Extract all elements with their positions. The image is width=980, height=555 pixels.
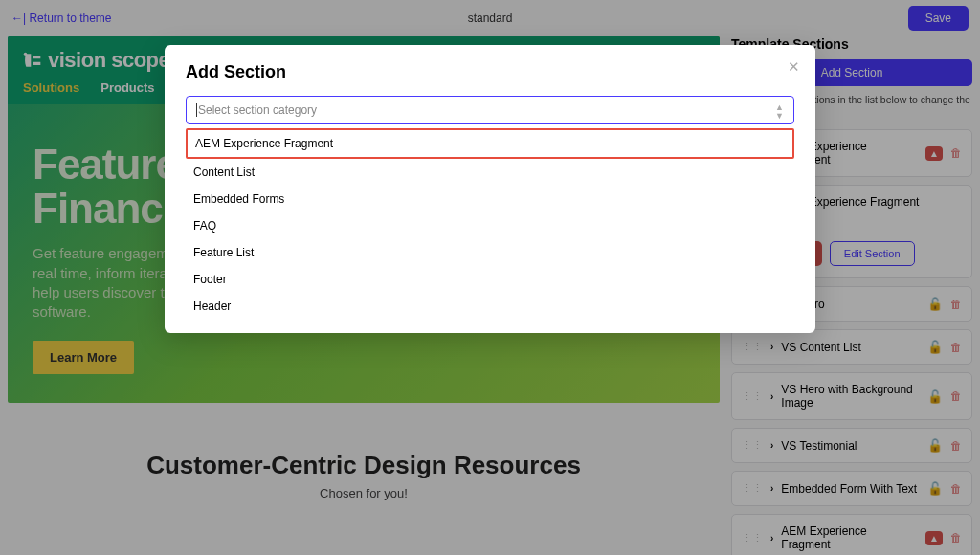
category-select[interactable]: Select section category ▲▼: [186, 96, 794, 124]
close-icon[interactable]: ✕: [788, 58, 800, 76]
modal-title: Add Section: [186, 62, 794, 82]
option-aem-experience-fragment[interactable]: AEM Experience Fragment: [186, 128, 794, 159]
option-embedded-forms[interactable]: Embedded Forms: [186, 186, 794, 212]
option-footer[interactable]: Footer: [186, 266, 794, 293]
option-header[interactable]: Header: [186, 293, 794, 320]
select-placeholder: Select section category: [196, 103, 317, 117]
select-caret-icon: ▲▼: [775, 103, 784, 121]
option-feature-list[interactable]: Feature List: [186, 239, 794, 266]
option-content-list[interactable]: Content List: [186, 159, 794, 186]
add-section-modal: ✕ Add Section Select section category ▲▼…: [165, 45, 815, 333]
category-options: AEM Experience Fragment Content List Emb…: [186, 128, 794, 320]
option-faq[interactable]: FAQ: [186, 212, 794, 239]
